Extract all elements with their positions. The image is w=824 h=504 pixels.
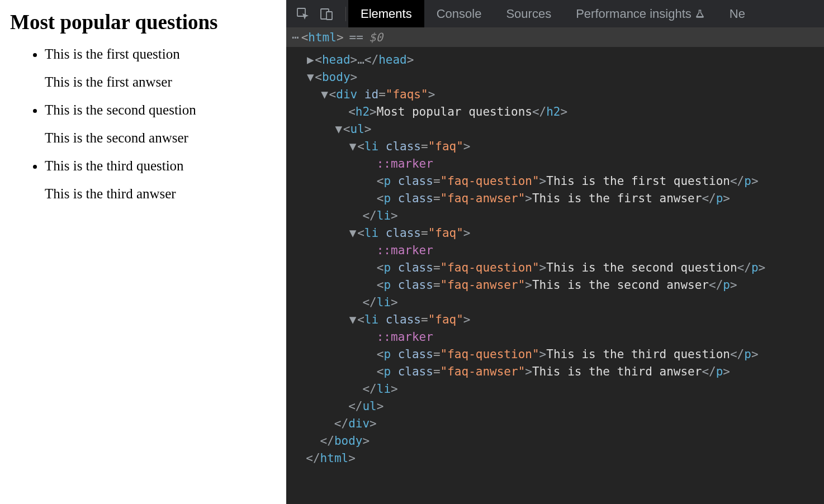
list-item: This is the first question This is the f… [45,46,281,90]
tab-network-truncated[interactable]: Ne [717,0,757,27]
breadcrumb-var: $0 [369,31,383,44]
dom-line-html-close[interactable]: </html> [292,450,824,467]
collapse-triangle-icon[interactable]: ▼ [306,69,315,86]
dom-line-div-close[interactable]: </div> [292,415,824,432]
faq-question: This is the third question [45,158,281,174]
dom-line-body-close[interactable]: </body> [292,432,824,450]
dom-line-p-question[interactable]: <p class="faq-question">This is the thir… [292,346,824,363]
collapse-triangle-icon[interactable]: ▼ [348,225,357,242]
inspect-element-icon[interactable] [296,7,310,21]
expand-triangle-icon[interactable]: ▶ [306,51,315,69]
faq-answer: This is the first anwser [45,74,281,90]
faq-list: This is the first question This is the f… [10,46,281,202]
dom-line-body-open[interactable]: ▼<body> [292,69,824,86]
list-item: This is the third question This is the t… [45,158,281,202]
tab-sources[interactable]: Sources [494,0,563,27]
faq-question: This is the second question [45,102,281,118]
dom-line-p-answer[interactable]: <p class="faq-anwser">This is the first … [292,190,824,207]
dom-line-h2[interactable]: <h2>Most popular questions</h2> [292,103,824,121]
collapse-triangle-icon[interactable]: ▼ [334,121,343,138]
dom-line-li-close[interactable]: </li> [292,294,824,311]
breadcrumb-eq: == [349,31,363,44]
dom-line-p-answer[interactable]: <p class="faq-anwser">This is the third … [292,363,824,381]
beaker-icon [695,9,705,19]
collapse-triangle-icon[interactable]: ▼ [320,86,329,103]
breadcrumb-tag-open: < [301,31,309,44]
dom-line-head[interactable]: ▶<head>…</head> [292,51,824,69]
svg-rect-2 [326,12,332,20]
dom-line-marker[interactable]: ::marker [292,329,824,346]
dom-line-li-open[interactable]: ▼<li class="faq"> [292,225,824,242]
dom-line-li-open[interactable]: ▼<li class="faq"> [292,138,824,155]
rendered-page-panel: Most popular questions This is the first… [0,0,286,504]
tab-label: Performance insights [576,7,692,21]
dom-line-marker[interactable]: ::marker [292,155,824,173]
dom-line-li-close[interactable]: </li> [292,207,824,225]
breadcrumb-tag-name: html [308,31,337,44]
tab-console[interactable]: Console [424,0,494,27]
tab-elements[interactable]: Elements [348,0,424,27]
toolbar-separator [345,7,346,21]
dom-line-ul-close[interactable]: </ul> [292,398,824,415]
collapse-triangle-icon[interactable]: ▼ [348,311,357,329]
dom-line-ul-open[interactable]: ▼<ul> [292,121,824,138]
faq-answer: This is the second anwser [45,130,281,146]
dom-line-p-question[interactable]: <p class="faq-question">This is the seco… [292,259,824,277]
page-heading: Most popular questions [10,10,281,34]
dom-line-marker[interactable]: ::marker [292,242,824,259]
collapse-triangle-icon[interactable]: ▼ [348,138,357,155]
dom-line-li-close[interactable]: </li> [292,381,824,398]
collapsed-dots: … [357,53,364,66]
breadcrumb-dots: ⋯ [292,31,300,44]
dom-line-li-open[interactable]: ▼<li class="faq"> [292,311,824,329]
faq-question: This is the first question [45,46,281,62]
devtools-toolbar: Elements Console Sources Performance ins… [286,0,824,28]
dom-line-p-question[interactable]: <p class="faq-question">This is the firs… [292,173,824,190]
faq-answer: This is the third anwser [45,186,281,202]
tab-performance-insights[interactable]: Performance insights [563,0,717,27]
breadcrumb[interactable]: ⋯ <html> == $0 [286,28,824,47]
list-item: This is the second question This is the … [45,102,281,146]
breadcrumb-tag-close: > [337,31,344,44]
dom-line-div-open[interactable]: ▼<div id="faqs"> [292,86,824,103]
dom-line-p-answer[interactable]: <p class="faq-anwser">This is the second… [292,277,824,294]
dom-tree[interactable]: ▶<head>…</head> ▼<body> ▼<div id="faqs">… [286,47,824,504]
device-toggle-icon[interactable] [320,7,333,21]
devtools-panel: Elements Console Sources Performance ins… [286,0,824,504]
